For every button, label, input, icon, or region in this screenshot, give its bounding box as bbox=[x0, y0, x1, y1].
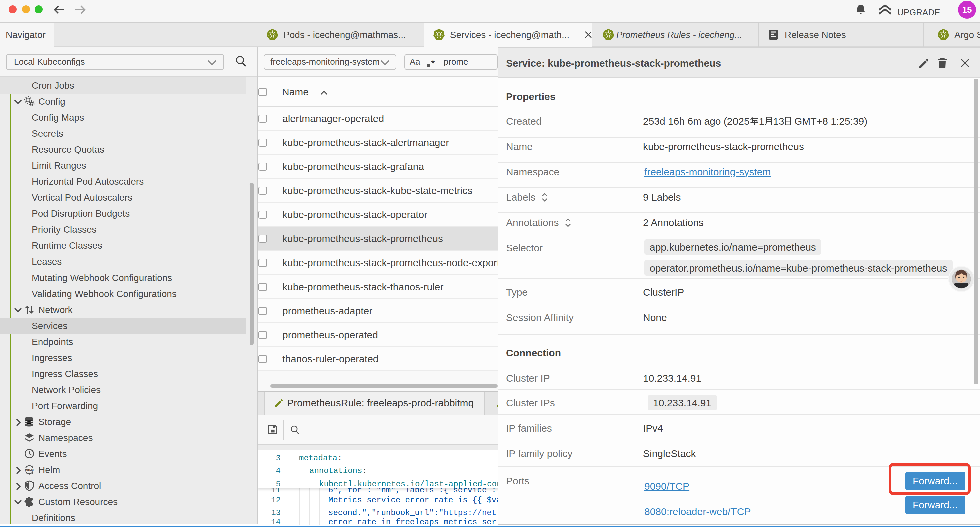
svg-text:*: * bbox=[431, 58, 435, 68]
svg-text:HELM: HELM bbox=[25, 468, 34, 471]
